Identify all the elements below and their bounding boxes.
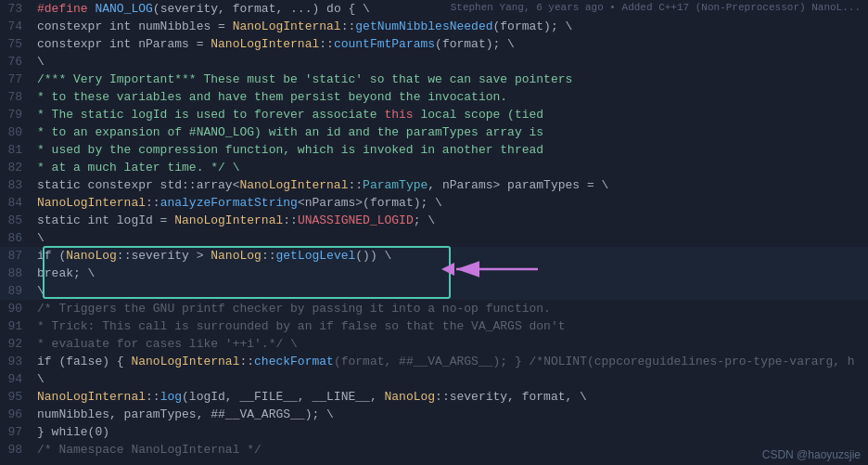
token-ns: NanoLog xyxy=(384,390,435,404)
line-number: 80 xyxy=(0,123,33,141)
token-cmt: * evaluate for cases like '++i'.*/ \ xyxy=(37,337,298,351)
token-cmt: (format, ##__VA_ARGS__); } /*NOLINT(cppc… xyxy=(334,355,855,368)
token-fn: analyzeFormatString xyxy=(160,196,298,210)
token-fn: getNumNibblesNeeded xyxy=(355,19,492,33)
line-number: 74 xyxy=(0,18,33,35)
code-line: 95 NanoLogInternal::log(logId, __FILE__,… xyxy=(0,388,868,406)
token-ns: NanoLog xyxy=(66,249,117,263)
line-content: /* Triggers the GNU printf checker by pa… xyxy=(33,300,868,317)
line-content: constexpr int nParams = NanoLogInternal:… xyxy=(33,35,868,53)
git-blame: Stephen Yang, 6 years ago • Added C++17 … xyxy=(443,0,868,15)
token-punc: :: xyxy=(262,249,276,263)
line-content: if (false) { NanoLogInternal::checkForma… xyxy=(33,353,868,370)
token-punc: :: xyxy=(146,196,160,210)
watermark: CSDN @haoyuzsjie xyxy=(762,448,861,461)
token-var: ; \ xyxy=(414,213,435,227)
line-content: break; \ xyxy=(33,265,868,282)
token-ns: NanoLogInternal xyxy=(239,178,348,192)
line-number: 79 xyxy=(0,106,33,123)
line-content: /*** Very Important*** These must be 'st… xyxy=(33,71,868,88)
code-line: 92 * evaluate for cases like '++i'.*/ \ xyxy=(0,335,868,353)
token-cmt: /* Triggers the GNU printf checker by pa… xyxy=(37,302,551,316)
line-number: 97 xyxy=(0,423,33,441)
code-line: 85 static int logId = NanoLogInternal::U… xyxy=(0,212,868,229)
token-var: (format); \ xyxy=(435,37,515,51)
token-punc: :: xyxy=(239,355,254,368)
code-line: 79 * The static logId is used to forever… xyxy=(0,106,868,123)
line-content: constexpr int numNibbles = NanoLogIntern… xyxy=(33,18,868,35)
line-content: \ xyxy=(33,53,868,71)
token-var: constexpr int nParams = xyxy=(37,37,211,51)
code-line: 98/* Namespace NanoLogInternal */ xyxy=(0,441,868,459)
token-op: > xyxy=(189,249,211,263)
code-line: 82 * at a much later time. */ \ xyxy=(0,159,868,176)
code-line: 86 \ xyxy=(0,229,868,247)
line-content: * at a much later time. */ \ xyxy=(33,159,868,176)
line-number: 86 xyxy=(0,229,33,247)
line-content: * to an expansion of #NANO_LOG) with an … xyxy=(33,123,868,141)
line-number: 96 xyxy=(0,406,33,423)
line-content: /* Namespace NanoLogInternal */ xyxy=(33,441,868,459)
token-fn: countFmtParams xyxy=(334,37,435,51)
code-lines: 73#define NANO_LOG(severity, format, ...… xyxy=(0,0,868,459)
code-line: 94 \ xyxy=(0,370,868,388)
token-ns: NanoLogInternal xyxy=(131,355,239,368)
code-line: 93 if (false) { NanoLogInternal::checkFo… xyxy=(0,353,868,370)
line-number: 78 xyxy=(0,88,33,106)
token-ns: NanoLog xyxy=(211,249,262,263)
line-content: \ xyxy=(33,229,868,247)
token-this-kw: this xyxy=(384,108,413,122)
line-number: 83 xyxy=(0,176,33,194)
token-var: (severity, format, ...) do { \ xyxy=(153,2,370,16)
line-content: \ xyxy=(33,370,868,388)
code-line: 74 constexpr int numNibbles = NanoLogInt… xyxy=(0,18,868,35)
code-line: 97} while(0) xyxy=(0,423,868,441)
token-cmt-imp: * The static logId is used to forever as… xyxy=(37,108,384,122)
line-content: * The static logId is used to forever as… xyxy=(33,106,868,123)
line-content: * Trick: This call is surrounded by an i… xyxy=(33,317,868,335)
token-ns: NanoLogInternal xyxy=(37,390,146,404)
line-number: 77 xyxy=(0,71,33,88)
token-var: numNibbles, paramTypes, ##__VA_ARGS__); … xyxy=(37,407,334,421)
line-number: 73 xyxy=(0,0,33,18)
code-line: 76 \ xyxy=(0,53,868,71)
code-line: 84 NanoLogInternal::analyzeFormatString<… xyxy=(0,194,868,212)
token-cmt-imp: local scope (tied xyxy=(414,108,543,122)
line-content: } while(0) xyxy=(33,423,868,441)
code-line: 91 * Trick: This call is surrounded by a… xyxy=(0,317,868,335)
code-line: 88 break; \ xyxy=(0,265,868,282)
line-number: 98 xyxy=(0,441,33,459)
token-var: constexpr int numNibbles = xyxy=(37,19,233,33)
code-line: 87 if (NanoLog::severity > NanoLog::getL… xyxy=(0,247,868,265)
token-fn: checkFormat xyxy=(254,355,334,368)
line-number: 87 xyxy=(0,247,33,265)
line-content: static constexpr std::array<NanoLogInter… xyxy=(33,176,868,194)
line-number: 92 xyxy=(0,335,33,353)
token-cmt: /* Namespace NanoLogInternal */ xyxy=(37,443,262,457)
code-line: 80 * to an expansion of #NANO_LOG) with … xyxy=(0,123,868,141)
token-var: , nParams> paramTypes = \ xyxy=(428,178,608,192)
token-punc: :: xyxy=(283,213,298,227)
line-number: 82 xyxy=(0,159,33,176)
token-cmt-imp: * to these variables and have them persi… xyxy=(37,90,507,104)
line-content: * to these variables and have them persi… xyxy=(33,88,868,106)
code-line: 78 * to these variables and have them pe… xyxy=(0,88,868,106)
token-cmt-imp: * to an expansion of #NANO_LOG) with an … xyxy=(37,125,543,139)
token-var: (logId, __FILE__, __LINE__, xyxy=(182,390,384,404)
line-content: \ xyxy=(33,282,868,300)
token-ns: NanoLogInternal xyxy=(233,19,341,33)
token-punc: :: xyxy=(146,390,160,404)
token-var: static constexpr std::array< xyxy=(37,178,239,192)
code-editor: Stephen Yang, 6 years ago • Added C++17 … xyxy=(0,0,868,465)
token-cmt: * Trick: This call is surrounded by an i… xyxy=(37,319,566,333)
token-var: ()) \ xyxy=(355,249,391,263)
token-var: \ xyxy=(37,55,45,69)
code-line: 81 * used by the compression function, w… xyxy=(0,141,868,159)
token-punc: :: xyxy=(348,178,363,192)
token-var: <nParams>(format); \ xyxy=(298,196,442,210)
token-var: ::severity, format, \ xyxy=(435,390,587,404)
line-number: 95 xyxy=(0,388,33,406)
token-ns: NanoLogInternal xyxy=(37,196,146,210)
token-var: static int logId = xyxy=(37,213,174,227)
line-content: numNibbles, paramTypes, ##__VA_ARGS__); … xyxy=(33,406,868,423)
